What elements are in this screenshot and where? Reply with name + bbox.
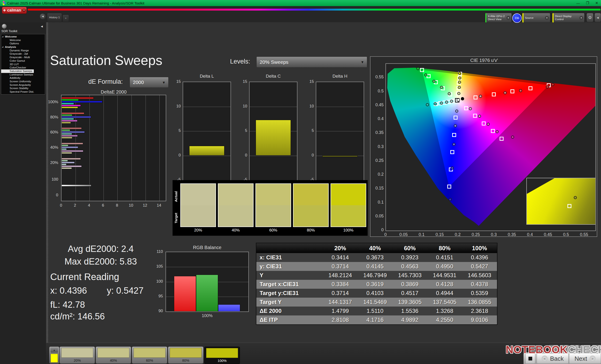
- tree-group-welcome[interactable]: ◢Welcome: [1, 35, 45, 38]
- table-cell: 1.4799: [323, 307, 358, 316]
- tree-expander-icon[interactable]: ◢: [2, 45, 3, 49]
- minimize-icon[interactable]: —: [576, 1, 580, 5]
- maximize-icon[interactable]: ❐: [586, 1, 589, 5]
- collapse-panel-icon[interactable]: ◀: [594, 13, 601, 22]
- add-tab-button[interactable]: +: [62, 15, 69, 22]
- target-swatch: [331, 205, 366, 227]
- patch-card-40%[interactable]: 40%: [96, 347, 131, 364]
- source-dropdown[interactable]: Source ▼: [522, 13, 550, 23]
- cie-y-tick: 0.4: [373, 116, 384, 121]
- cie-x-tick: 0.55: [579, 232, 589, 237]
- sidebar-item-welcome[interactable]: Welcome: [1, 38, 45, 42]
- rgb-balance-title: RGB Balance: [166, 245, 249, 250]
- delta-y-tick: 0: [238, 153, 247, 158]
- target-swatch: [256, 205, 291, 227]
- table-cell: 0.4378: [462, 280, 497, 289]
- swatch-level-label: 40%: [218, 228, 254, 233]
- table-cell: 0.3619: [358, 280, 392, 289]
- table-cell: 0.3384: [323, 280, 358, 289]
- table-row-label: Target x:CIE31: [256, 280, 323, 289]
- deltae-x-tick: 14: [155, 203, 162, 208]
- sidebar-item-additivity[interactable]: Additivity: [1, 76, 45, 80]
- patch-label: 80%: [168, 358, 203, 362]
- delta-chart-title: Delta H: [316, 74, 364, 79]
- sidebar-knob-button[interactable]: [2, 24, 7, 29]
- sidebar-item-options[interactable]: Options: [1, 42, 45, 45]
- patch-card-20%[interactable]: 20%: [60, 347, 95, 364]
- settings-gear-icon[interactable]: ⚙: [586, 13, 593, 22]
- cie-measured-circle-yellow: [457, 92, 460, 95]
- rgb-x-label: 100%: [166, 313, 249, 318]
- table-cell: 0.3714: [323, 289, 358, 298]
- deltae-bar-magenta: [61, 150, 83, 152]
- back-button[interactable]: « Back: [537, 354, 569, 364]
- measurement-count-badge[interactable]: 236: [512, 13, 522, 23]
- patch-card-60%[interactable]: 60%: [132, 347, 167, 364]
- current-patch-card[interactable]: ▲: [49, 347, 59, 364]
- sidebar-item-screen-angularity[interactable]: Screen Angularity: [1, 83, 45, 87]
- table-cell: 0.4944: [427, 289, 462, 298]
- delta-y-tick: 15: [238, 79, 247, 84]
- sidebar-item-screen-stability[interactable]: Screen Stability: [1, 86, 45, 90]
- deltae-bar-magenta: [61, 165, 82, 167]
- actual-swatch: [293, 184, 328, 205]
- deltae-bar-red: [61, 143, 83, 144]
- stop-button[interactable]: [525, 354, 535, 364]
- sidebar-collapse-icon[interactable]: ◀: [39, 24, 45, 29]
- expand-patches-icon[interactable]: ▲: [50, 348, 58, 353]
- formula-dropdown[interactable]: 2000 ▼: [130, 77, 169, 88]
- hidden-button[interactable]: [549, 345, 558, 353]
- deltae-bar-green: [61, 114, 72, 116]
- table-column-header: 20%: [323, 243, 358, 253]
- patch-card-100%[interactable]: 100%: [204, 347, 240, 364]
- cie-chart-plot: [385, 63, 596, 231]
- sidebar-item-saturation-sweeps[interactable]: Saturation Sweeps: [1, 69, 45, 73]
- sidebar-item-colorchecker[interactable]: ColorChecker: [1, 66, 45, 69]
- tab-history-1[interactable]: History 1: [47, 13, 62, 22]
- deltae-bar-red: [61, 97, 94, 99]
- rgb-y-axis: 1101051009590: [153, 249, 164, 315]
- table-cell: 0.5359: [462, 289, 497, 298]
- sidebar-item-color-gamut[interactable]: Color Gamut: [1, 59, 45, 63]
- app-icon: [2, 1, 6, 5]
- close-icon[interactable]: ✕: [595, 1, 598, 5]
- meter-dropdown[interactable]: X-Rite i1Pro 2Direct View ▼: [485, 13, 512, 23]
- target-swatch: [293, 205, 328, 227]
- sidebar-item-grayscale-multi[interactable]: Grayscale - Multi: [1, 56, 45, 59]
- cie-y-tick: 0.25: [373, 158, 384, 163]
- delta-bar: [322, 156, 358, 157]
- deltae-bar-yellow: [61, 137, 72, 139]
- tab-scroll-left-icon[interactable]: ◀: [40, 14, 46, 19]
- sidebar-item-3d-lut[interactable]: 3D LUT: [1, 63, 45, 66]
- delta-y-tick: 15: [171, 79, 181, 84]
- sidebar-item-dynamic-range[interactable]: Dynamic Range: [1, 49, 45, 52]
- calman-menu-button[interactable]: ❖ calman ▼: [2, 7, 27, 14]
- calman-app-window: Calman 2025 Calman Ultimate for Business…: [0, 0, 601, 364]
- patch-card-80%[interactable]: 80%: [168, 347, 203, 364]
- hidden-button[interactable]: [592, 345, 601, 353]
- tree-group-analysis[interactable]: ◢Analysis: [1, 45, 45, 49]
- table-cell: 1.3268: [427, 307, 462, 316]
- tree-expander-icon[interactable]: ◢: [2, 35, 3, 38]
- next-button[interactable]: Next »: [569, 354, 601, 364]
- sidebar-item-luminance-sweeps[interactable]: Luminance Sweeps: [1, 73, 45, 77]
- display-control-dropdown[interactable]: Direct Display Control ▼: [552, 13, 585, 23]
- display-control-label: Direct Display Control: [555, 15, 579, 21]
- deltae-bar-magenta: [61, 135, 78, 137]
- cie-x-tick: 0: [380, 232, 391, 237]
- table-cell: 0.4128: [427, 280, 462, 289]
- deltae-x-tick: 0: [58, 203, 65, 208]
- hidden-button[interactable]: [571, 345, 580, 353]
- hidden-button[interactable]: [560, 345, 569, 353]
- levels-dropdown[interactable]: 20% Sweeps ▼: [256, 57, 367, 67]
- sidebar-item-grayscale-2pt[interactable]: Grayscale - 2pt: [1, 52, 45, 56]
- hidden-button[interactable]: [581, 345, 591, 353]
- delta-bar: [256, 120, 291, 156]
- window-controls[interactable]: —❐✕: [576, 0, 598, 6]
- sidebar-item-spectral-power-dist-[interactable]: Spectral Power Dist.: [1, 90, 45, 94]
- swatch-pair: [255, 183, 291, 227]
- rgb-y-tick: 105: [153, 264, 163, 269]
- delta-chart-title: Delta L: [183, 74, 231, 79]
- current-patch-swatch: [50, 354, 58, 363]
- sidebar-item-screen-uniformity[interactable]: Screen Uniformity: [1, 80, 45, 83]
